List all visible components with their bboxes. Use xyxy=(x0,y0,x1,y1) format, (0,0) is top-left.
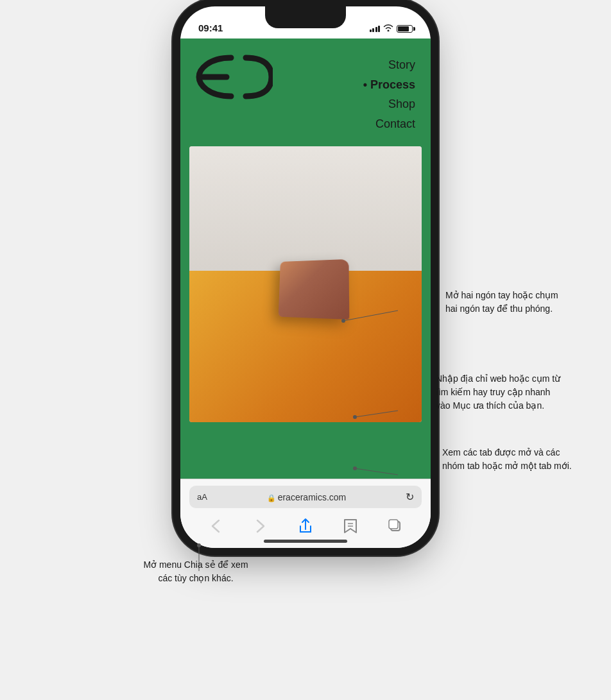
annotation-tabs: Xem các tab được mở và các nhóm tab hoặc… xyxy=(442,446,593,473)
refresh-icon[interactable]: ↻ xyxy=(406,491,414,503)
home-indicator xyxy=(264,540,347,543)
status-icons xyxy=(370,24,413,33)
forward-button[interactable] xyxy=(249,515,272,538)
signal-bars-icon xyxy=(370,26,381,32)
tabs-button[interactable] xyxy=(384,515,407,538)
share-text: Mở menu Chia sẻ để xem các tùy chọn khác… xyxy=(143,559,248,583)
annotation-share: Mở menu Chia sẻ để xem các tùy chọn khác… xyxy=(125,558,266,585)
back-button[interactable] xyxy=(204,515,227,538)
page-wrapper: 09:41 xyxy=(0,0,611,700)
address-bar[interactable]: aA 🔒eraceramics.com ↻ xyxy=(189,486,422,508)
nav-menu: Story Process Shop Contact xyxy=(363,55,415,133)
nav-shop[interactable]: Shop xyxy=(363,94,415,114)
annotation-pinch-zoom: Mở hai ngón tay hoặc chụm hai ngón tay đ… xyxy=(445,289,593,316)
tabs-text: Xem các tab được mở và các nhóm tab hoặc… xyxy=(442,447,572,471)
clay-body xyxy=(279,259,350,320)
phone-frame: 09:41 xyxy=(180,6,431,548)
nav-story[interactable]: Story xyxy=(363,55,415,75)
share-button[interactable] xyxy=(294,515,317,538)
nav-process[interactable]: Process xyxy=(363,75,415,95)
pinch-zoom-text: Mở hai ngón tay hoặc chụm hai ngón tay đ… xyxy=(445,290,558,314)
clay-object xyxy=(277,260,348,318)
browser-chrome: aA 🔒eraceramics.com ↻ xyxy=(180,479,431,548)
lock-icon: 🔒 xyxy=(267,494,276,502)
notch xyxy=(265,6,346,28)
bookmarks-button[interactable] xyxy=(339,515,362,538)
logo xyxy=(196,51,273,108)
status-time: 09:41 xyxy=(198,22,223,33)
aa-button[interactable]: aA xyxy=(197,492,207,502)
url-display[interactable]: 🔒eraceramics.com xyxy=(212,492,400,502)
address-bar-text: Nhập địa chỉ web hoặc cụm từ tìm kiếm ha… xyxy=(436,373,560,411)
svg-rect-4 xyxy=(389,520,398,529)
wifi-icon xyxy=(383,24,393,33)
nav-contact[interactable]: Contact xyxy=(363,114,415,134)
nav-area: Story Process Shop Contact xyxy=(180,38,431,146)
battery-icon xyxy=(397,25,413,33)
annotation-address-bar: Nhập địa chỉ web hoặc cụm từ tìm kiếm ha… xyxy=(436,372,593,413)
product-image xyxy=(189,146,422,422)
website-content: Story Process Shop Contact xyxy=(180,38,431,479)
